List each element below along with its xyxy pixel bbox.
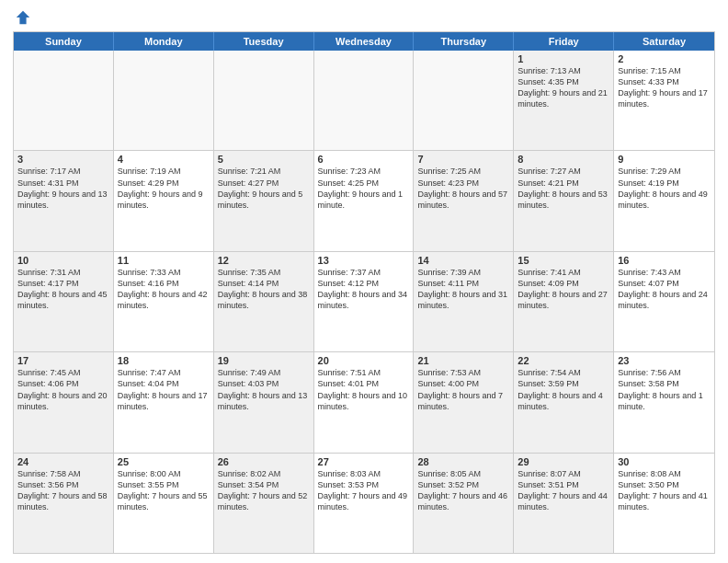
calendar-cell: 7Sunrise: 7:25 AM Sunset: 4:23 PM Daylig…: [414, 151, 514, 250]
calendar-cell: 18Sunrise: 7:47 AM Sunset: 4:04 PM Dayli…: [114, 352, 214, 452]
calendar-cell: 5Sunrise: 7:21 AM Sunset: 4:27 PM Daylig…: [214, 151, 314, 250]
day-info: Sunrise: 7:39 AM Sunset: 4:11 PM Dayligh…: [417, 267, 509, 312]
calendar-cell: 28Sunrise: 8:05 AM Sunset: 3:52 PM Dayli…: [414, 454, 514, 553]
header: [13, 9, 715, 26]
calendar-cell: 22Sunrise: 7:54 AM Sunset: 3:59 PM Dayli…: [514, 352, 614, 452]
calendar-row: 1Sunrise: 7:13 AM Sunset: 4:35 PM Daylig…: [14, 51, 714, 150]
day-info: Sunrise: 7:45 AM Sunset: 4:06 PM Dayligh…: [17, 367, 109, 412]
day-number: 11: [118, 255, 210, 266]
day-info: Sunrise: 7:56 AM Sunset: 3:58 PM Dayligh…: [618, 367, 711, 412]
calendar-header-day: Sunday: [14, 32, 114, 51]
calendar-cell: 10Sunrise: 7:31 AM Sunset: 4:17 PM Dayli…: [14, 252, 114, 351]
day-number: 12: [218, 255, 310, 266]
calendar-cell: 29Sunrise: 8:07 AM Sunset: 3:51 PM Dayli…: [514, 454, 614, 553]
day-info: Sunrise: 8:02 AM Sunset: 3:54 PM Dayligh…: [218, 468, 310, 513]
day-info: Sunrise: 7:25 AM Sunset: 4:23 PM Dayligh…: [417, 166, 509, 211]
day-info: Sunrise: 8:08 AM Sunset: 3:50 PM Dayligh…: [618, 468, 711, 513]
day-number: 16: [618, 255, 711, 266]
page: SundayMondayTuesdayWednesdayThursdayFrid…: [0, 0, 728, 563]
day-number: 13: [318, 255, 410, 266]
day-number: 4: [118, 154, 210, 165]
calendar-cell: [14, 51, 114, 150]
day-number: 20: [318, 355, 410, 366]
calendar-header-day: Monday: [114, 32, 214, 51]
day-info: Sunrise: 7:27 AM Sunset: 4:21 PM Dayligh…: [518, 166, 609, 211]
calendar-header-day: Thursday: [414, 32, 514, 51]
day-number: 30: [618, 456, 711, 467]
day-info: Sunrise: 7:21 AM Sunset: 4:27 PM Dayligh…: [218, 166, 310, 211]
calendar-header-day: Friday: [514, 32, 614, 51]
calendar-cell: 27Sunrise: 8:03 AM Sunset: 3:53 PM Dayli…: [314, 454, 415, 553]
day-info: Sunrise: 7:41 AM Sunset: 4:09 PM Dayligh…: [518, 267, 609, 312]
logo: [13, 9, 31, 26]
calendar-cell: 8Sunrise: 7:27 AM Sunset: 4:21 PM Daylig…: [514, 151, 614, 250]
day-info: Sunrise: 7:37 AM Sunset: 4:12 PM Dayligh…: [318, 267, 410, 312]
day-info: Sunrise: 7:23 AM Sunset: 4:25 PM Dayligh…: [318, 166, 410, 211]
day-number: 28: [417, 456, 509, 467]
calendar-cell: 6Sunrise: 7:23 AM Sunset: 4:25 PM Daylig…: [314, 151, 415, 250]
day-number: 21: [417, 355, 509, 366]
day-number: 10: [17, 255, 109, 266]
day-info: Sunrise: 7:29 AM Sunset: 4:19 PM Dayligh…: [618, 166, 711, 211]
calendar-cell: 19Sunrise: 7:49 AM Sunset: 4:03 PM Dayli…: [214, 352, 314, 452]
calendar-cell: 26Sunrise: 8:02 AM Sunset: 3:54 PM Dayli…: [214, 454, 314, 553]
calendar-body: 1Sunrise: 7:13 AM Sunset: 4:35 PM Daylig…: [14, 51, 714, 553]
day-number: 19: [218, 355, 310, 366]
svg-marker-0: [17, 11, 29, 24]
calendar-cell: 1Sunrise: 7:13 AM Sunset: 4:35 PM Daylig…: [514, 51, 614, 150]
calendar-cell: 25Sunrise: 8:00 AM Sunset: 3:55 PM Dayli…: [114, 454, 214, 553]
day-number: 22: [518, 355, 609, 366]
calendar-row: 17Sunrise: 7:45 AM Sunset: 4:06 PM Dayli…: [14, 351, 714, 452]
day-info: Sunrise: 7:49 AM Sunset: 4:03 PM Dayligh…: [218, 367, 310, 412]
day-number: 18: [118, 355, 210, 366]
day-number: 1: [518, 53, 609, 64]
day-number: 24: [17, 456, 109, 467]
day-info: Sunrise: 7:17 AM Sunset: 4:31 PM Dayligh…: [17, 166, 109, 211]
calendar-header-day: Saturday: [614, 32, 714, 51]
calendar-cell: 30Sunrise: 8:08 AM Sunset: 3:50 PM Dayli…: [614, 454, 714, 553]
day-number: 15: [518, 255, 609, 266]
calendar: SundayMondayTuesdayWednesdayThursdayFrid…: [13, 31, 715, 554]
calendar-cell: 9Sunrise: 7:29 AM Sunset: 4:19 PM Daylig…: [614, 151, 714, 250]
calendar-cell: 14Sunrise: 7:39 AM Sunset: 4:11 PM Dayli…: [414, 252, 514, 351]
calendar-cell: 16Sunrise: 7:43 AM Sunset: 4:07 PM Dayli…: [614, 252, 714, 351]
day-number: 23: [618, 355, 711, 366]
calendar-cell: 3Sunrise: 7:17 AM Sunset: 4:31 PM Daylig…: [14, 151, 114, 250]
calendar-cell: 2Sunrise: 7:15 AM Sunset: 4:33 PM Daylig…: [614, 51, 714, 150]
calendar-cell: 20Sunrise: 7:51 AM Sunset: 4:01 PM Dayli…: [314, 352, 415, 452]
day-info: Sunrise: 8:07 AM Sunset: 3:51 PM Dayligh…: [518, 468, 609, 513]
calendar-cell: 23Sunrise: 7:56 AM Sunset: 3:58 PM Dayli…: [614, 352, 714, 452]
calendar-cell: 15Sunrise: 7:41 AM Sunset: 4:09 PM Dayli…: [514, 252, 614, 351]
day-number: 2: [618, 53, 711, 64]
calendar-row: 3Sunrise: 7:17 AM Sunset: 4:31 PM Daylig…: [14, 150, 714, 250]
day-info: Sunrise: 7:31 AM Sunset: 4:17 PM Dayligh…: [17, 267, 109, 312]
calendar-header-day: Tuesday: [214, 32, 314, 51]
day-info: Sunrise: 8:03 AM Sunset: 3:53 PM Dayligh…: [318, 468, 410, 513]
day-number: 5: [218, 154, 310, 165]
logo-icon: [15, 9, 31, 26]
calendar-cell: 24Sunrise: 7:58 AM Sunset: 3:56 PM Dayli…: [14, 454, 114, 553]
calendar-cell: 4Sunrise: 7:19 AM Sunset: 4:29 PM Daylig…: [114, 151, 214, 250]
calendar-header-row: SundayMondayTuesdayWednesdayThursdayFrid…: [14, 32, 714, 51]
day-info: Sunrise: 7:58 AM Sunset: 3:56 PM Dayligh…: [17, 468, 109, 513]
day-info: Sunrise: 7:47 AM Sunset: 4:04 PM Dayligh…: [118, 367, 210, 412]
calendar-header-day: Wednesday: [314, 32, 415, 51]
day-info: Sunrise: 7:13 AM Sunset: 4:35 PM Dayligh…: [518, 65, 609, 110]
calendar-cell: 17Sunrise: 7:45 AM Sunset: 4:06 PM Dayli…: [14, 352, 114, 452]
calendar-cell: [214, 51, 314, 150]
day-info: Sunrise: 8:05 AM Sunset: 3:52 PM Dayligh…: [417, 468, 509, 513]
calendar-cell: [314, 51, 415, 150]
day-info: Sunrise: 7:53 AM Sunset: 4:00 PM Dayligh…: [417, 367, 509, 412]
day-number: 27: [318, 456, 410, 467]
calendar-cell: [414, 51, 514, 150]
day-info: Sunrise: 7:33 AM Sunset: 4:16 PM Dayligh…: [118, 267, 210, 312]
calendar-cell: 13Sunrise: 7:37 AM Sunset: 4:12 PM Dayli…: [314, 252, 415, 351]
day-number: 7: [417, 154, 509, 165]
day-number: 17: [17, 355, 109, 366]
calendar-row: 24Sunrise: 7:58 AM Sunset: 3:56 PM Dayli…: [14, 453, 714, 553]
day-info: Sunrise: 7:54 AM Sunset: 3:59 PM Dayligh…: [518, 367, 609, 412]
calendar-cell: [114, 51, 214, 150]
day-number: 26: [218, 456, 310, 467]
day-number: 14: [417, 255, 509, 266]
calendar-cell: 12Sunrise: 7:35 AM Sunset: 4:14 PM Dayli…: [214, 252, 314, 351]
